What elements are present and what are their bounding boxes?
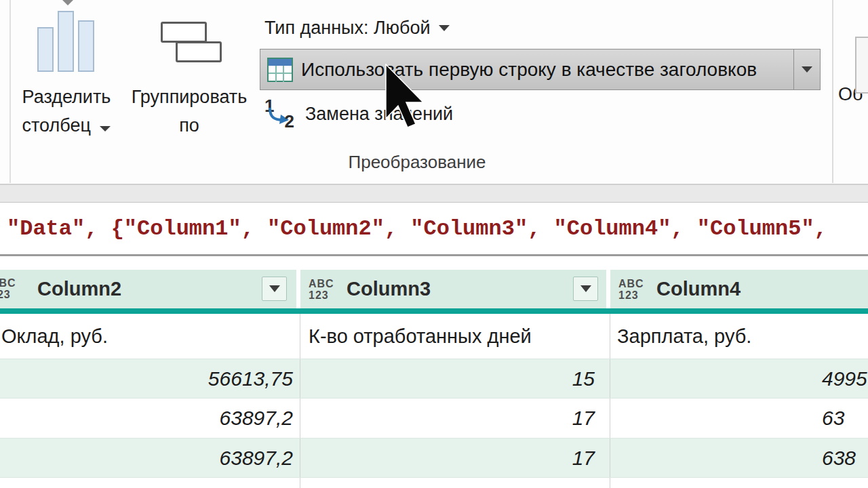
ribbon-transform-section: Разделить столбец Группировать по Тип да… [0,0,868,184]
cell[interactable]: Зарплата, руб. [610,314,868,359]
column-header-label: Column2 [37,278,121,300]
split-column-label[interactable]: Разделить столбец [1,83,132,140]
data-type-any-icon: ABC123 [0,277,20,300]
formula-bar[interactable]: "Data", {"Column1", "Column2", "Column3"… [0,203,868,256]
group-by-label[interactable]: Группировать по [119,83,259,140]
power-query-editor-window: Разделить столбец Группировать по Тип да… [0,0,868,488]
use-first-row-dropdown[interactable] [793,49,820,89]
use-first-row-as-headers-button[interactable]: Использовать первую строку в качестве за… [260,49,821,90]
cell[interactable]: Оклад, руб. [0,314,300,359]
group-by-icon [176,41,222,62]
chevron-down-icon [439,25,450,31]
cell[interactable]: 17 [300,399,610,438]
chevron-down-icon [100,126,111,131]
replace-values-button[interactable]: 1 2 Замена значений [263,95,453,133]
table-headers-icon [267,58,293,82]
ribbon-bottom-band [0,184,868,203]
data-type-dropdown[interactable]: Тип данных: Любой [264,15,450,41]
cell[interactable]: 63897,2 [0,399,300,438]
cell[interactable]: 63897,2 [0,439,300,477]
chevron-down-icon [580,285,591,292]
next-group-partial-icon [855,37,868,94]
mouse-cursor [385,64,424,128]
data-type-any-icon: ABC123 [618,278,648,301]
split-column-icon [37,9,100,72]
formula-text[interactable]: "Data", {"Column1", "Column2", "Column3"… [7,216,827,241]
cell[interactable]: 56613,75 [0,359,300,398]
cell[interactable]: 15 [300,359,610,398]
data-preview-grid: ABC123 Column2 ABC123 Column3 ABC123 [0,270,868,488]
use-first-row-label: Использовать первую строку в качестве за… [301,59,757,81]
table-row: 63897,2 17 63 [0,399,868,439]
column-header-label: Column3 [347,278,431,300]
column-header-label: Column4 [656,278,741,300]
grid-header-row: ABC123 Column2 ABC123 Column3 ABC123 [0,270,868,308]
header-accent-line [0,308,868,314]
data-type-label: Тип данных: Любой [264,18,431,39]
cell[interactable]: 17 [300,439,610,477]
split-column-label-line2: столбец [1,111,132,140]
replace-values-icon: 1 2 [263,97,294,131]
cell[interactable]: 4995 [610,359,868,398]
chevron-down-icon [62,0,73,5]
table-row [0,478,868,488]
table-row: 63897,2 17 638 [0,439,868,478]
ribbon-group-caption: Преобразование [298,152,536,173]
column2-filter-dropdown[interactable] [262,277,287,301]
split-column-label-line1: Разделить [1,83,132,111]
cell[interactable]: К-во отработанных дней [300,314,610,359]
chevron-down-icon [269,285,280,292]
group-by-icon [161,22,207,43]
column3-filter-dropdown[interactable] [573,277,598,301]
cell[interactable]: 63 [610,399,868,438]
cell[interactable]: 638 [610,439,868,477]
column-header-column2[interactable]: ABC123 Column2 [0,270,300,308]
table-row: Оклад, руб. К-во отработанных дней Зарпл… [0,314,868,359]
chevron-down-icon [802,66,812,73]
column-header-column4[interactable]: ABC123 Column4 [610,270,868,308]
table-row: 56613,75 15 4995 [0,359,868,399]
replace-values-label: Замена значений [305,104,453,125]
data-type-any-icon: ABC123 [309,278,338,301]
ribbon-group-divider [832,0,833,183]
column-header-column3[interactable]: ABC123 Column3 [300,270,610,308]
